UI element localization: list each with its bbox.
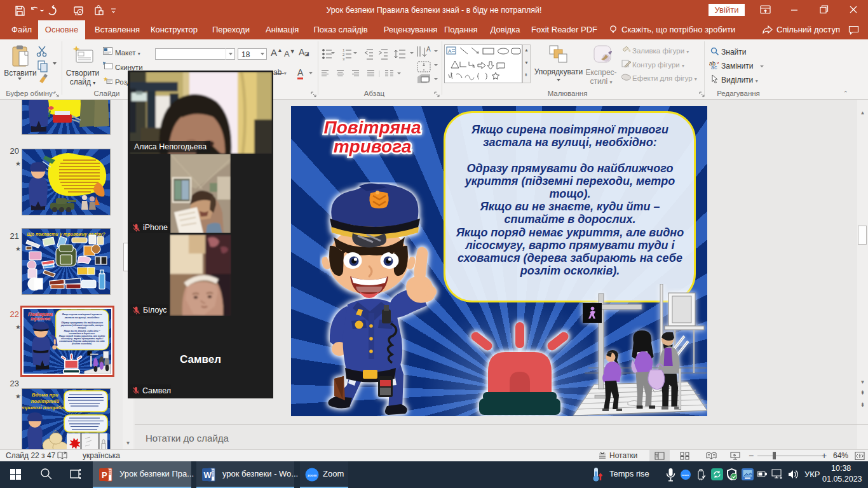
svg-text:A: A bbox=[448, 48, 452, 54]
svg-text:Якщо ви не знаєте, куди йти –: Якщо ви не знаєте, куди йти – bbox=[63, 330, 100, 332]
svg-text:zoom: zoom bbox=[308, 473, 316, 477]
svg-text:спитайте в дорослих.: спитайте в дорослих. bbox=[69, 332, 95, 335]
svg-text:Якщо поряд немає укриття, але: Якщо поряд немає укриття, але видно bbox=[58, 335, 105, 337]
svg-text:тривога: тривога bbox=[334, 137, 412, 156]
svg-text:тривозі потрібно:: тривозі потрібно: bbox=[22, 405, 69, 410]
svg-text:тощо).: тощо). bbox=[78, 327, 86, 329]
svg-text:1: 1 bbox=[342, 48, 345, 52]
svg-text:Повітряна: Повітряна bbox=[28, 312, 53, 317]
svg-text:застала на вулиці, необхідно:: застала на вулиці, необхідно: bbox=[64, 316, 100, 319]
svg-text:ac: ac bbox=[711, 64, 717, 69]
svg-text:повітряній: повітряній bbox=[31, 398, 60, 404]
svg-text:Повітряна: Повітряна bbox=[324, 118, 421, 137]
svg-text:zoom: zoom bbox=[682, 473, 689, 477]
svg-text:укриття (підземні переходи, ме: укриття (підземні переходи, метро bbox=[60, 324, 104, 327]
svg-text:W: W bbox=[204, 470, 212, 480]
svg-text:A: A bbox=[426, 46, 431, 53]
svg-text:Якщо сирена повітряної тривоги: Якщо сирена повітряної тривоги bbox=[62, 313, 102, 316]
svg-text:P: P bbox=[102, 470, 107, 480]
svg-text:розліт осколків).: розліт осколків). bbox=[71, 342, 92, 345]
svg-text:3: 3 bbox=[342, 57, 345, 61]
svg-text:сховатися (дерева забирають на: сховатися (дерева забирають на себе bbox=[59, 340, 105, 342]
svg-text:тривога: тривога bbox=[31, 316, 50, 322]
svg-text:Вдома при: Вдома при bbox=[32, 392, 58, 398]
svg-text:Одразу прямувати до найближчог: Одразу прямувати до найближчого bbox=[61, 322, 104, 324]
svg-text:лісосмугу, варто прямувати туд: лісосмугу, варто прямувати туди і bbox=[60, 337, 104, 340]
svg-text:2: 2 bbox=[342, 53, 345, 57]
